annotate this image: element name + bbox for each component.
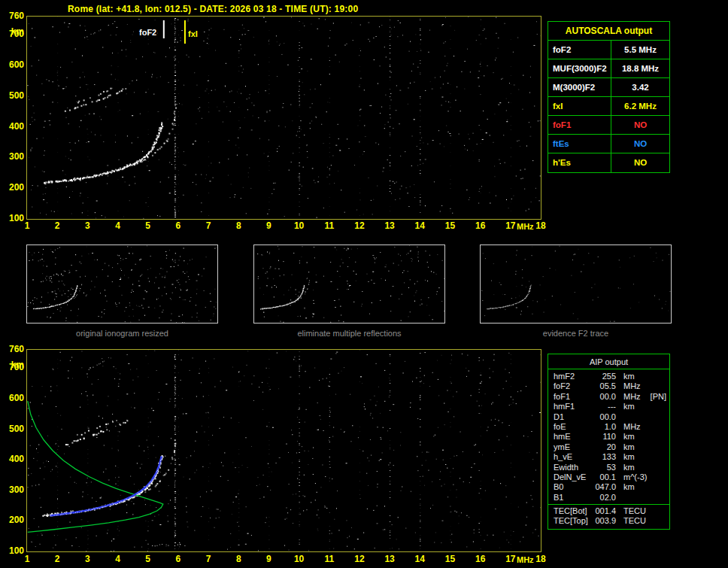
aip-row-hmf2: hmF2255km — [548, 372, 669, 381]
parameter-extra — [648, 482, 669, 492]
autoscala-output-table: AUTOSCALA output foF25.5 MHzMUF(3000)F21… — [548, 21, 670, 173]
x-axis-tick-top: 11 — [324, 221, 334, 231]
x-axis-tick-top: 9 — [266, 221, 271, 231]
y-axis-tick-top: 200 — [3, 183, 24, 193]
aip-row-d1: D100.0 — [548, 412, 669, 422]
thumbnail-caption-eliminate: eliminate multiple reflections — [253, 329, 445, 338]
parameter-name: M(3000)F2 — [548, 78, 611, 96]
parameter-label: B0 — [548, 482, 590, 492]
y-axis-tick-bottom: 400 — [3, 454, 24, 464]
ionogram-plot-frame-top — [26, 16, 541, 220]
parameter-label: h_vE — [548, 452, 590, 462]
parameter-value: 18.8 MHz — [611, 59, 669, 77]
parameter-value: 05.5 — [590, 381, 616, 391]
x-axis-tick-top: 13 — [384, 221, 394, 231]
parameter-extra — [648, 432, 669, 442]
parameter-extra — [648, 422, 669, 432]
x-axis-tick-bottom: 5 — [145, 554, 150, 564]
aip-row-foe: foE1.0MHz — [548, 422, 669, 432]
parameter-unit: km — [616, 463, 648, 472]
parameter-name: h'Es — [548, 153, 611, 172]
parameter-unit: MHz — [616, 392, 648, 402]
parameter-name: MUF(3000)F2 — [548, 59, 611, 77]
aip-row-b0: B0047.0km — [548, 482, 669, 492]
parameter-unit: km — [616, 482, 648, 492]
autoscala-row-fxi: fxI6.2 MHz — [548, 97, 669, 116]
x-axis-tick-bottom: 13 — [384, 554, 394, 564]
aip-row-fof2: foF205.5MHz — [548, 381, 669, 391]
parameter-value: 047.0 — [590, 482, 616, 492]
parameter-label: foE — [548, 422, 590, 432]
aip-row-hme: hmE110km — [548, 432, 669, 442]
x-axis-tick-top: 2 — [55, 221, 60, 231]
autoscala-row-ftes: ftEsNO — [548, 135, 669, 153]
parameter-value: 6.2 MHz — [611, 97, 669, 115]
parameter-extra — [648, 452, 669, 462]
parameter-unit — [616, 412, 648, 422]
parameter-unit: TECU — [616, 506, 648, 516]
parameter-value: 003.9 — [590, 516, 616, 526]
page-title: Rome (lat: +41.8, lon: 012.5) - DATE: 20… — [68, 4, 358, 14]
parameter-label: B1 — [548, 493, 590, 503]
parameter-name: foF2 — [548, 41, 611, 59]
parameter-value: 5.5 MHz — [611, 41, 669, 59]
parameter-value: 00.0 — [590, 412, 616, 422]
aip-row-tectop: TEC[Top]003.9TECU — [548, 516, 669, 526]
x-axis-tick-bottom: 9 — [266, 554, 271, 564]
ionogram-workspace: Rome (lat: +41.8, lon: 012.5) - DATE: 20… — [0, 0, 728, 568]
aip-row-b1: B102.0 — [548, 493, 669, 503]
x-axis-unit-bottom: MHz — [517, 555, 534, 564]
parameter-value: 110 — [590, 432, 616, 442]
thumbnail-eliminate-reflections — [253, 245, 445, 323]
x-axis-tick-top: 17 — [505, 221, 515, 231]
x-axis-tick-bottom: 10 — [294, 554, 304, 564]
y-axis-tick-bottom: 500 — [3, 424, 24, 434]
parameter-value: 00.0 — [590, 392, 616, 402]
parameter-unit: TECU — [616, 516, 648, 526]
y-axis-tick-bottom: 300 — [3, 485, 24, 495]
autoscala-row-m3000f2: M(3000)F23.42 — [548, 78, 669, 97]
x-axis-tick-bottom: 18 — [535, 554, 545, 564]
parameter-value: 02.0 — [590, 493, 616, 503]
x-axis-tick-bottom: 4 — [115, 554, 120, 564]
x-axis-tick-top: 12 — [354, 221, 364, 231]
parameter-unit: km — [616, 432, 648, 442]
x-axis-tick-bottom: 17 — [505, 554, 515, 564]
parameter-value: --- — [590, 402, 616, 412]
parameter-unit: MHz — [616, 381, 648, 391]
x-axis-tick-bottom: 2 — [55, 554, 60, 564]
aip-row-hmf1: hmF1---km — [548, 402, 669, 412]
x-axis-tick-top: 10 — [294, 221, 304, 231]
y-axis-tick-top: 600 — [3, 60, 24, 70]
x-axis-tick-bottom: 7 — [206, 554, 211, 564]
parameter-value: NO — [611, 116, 669, 134]
x-axis-tick-bottom: 11 — [324, 554, 334, 564]
parameter-label: D1 — [548, 412, 590, 422]
aip-row-yme: ymE20km — [548, 442, 669, 452]
parameter-extra — [648, 506, 669, 516]
x-axis-tick-top: 1 — [25, 221, 30, 231]
parameter-label: foF2 — [548, 381, 590, 391]
parameter-unit: m^(-3) — [616, 472, 648, 482]
parameter-label: hmF2 — [548, 372, 590, 381]
parameter-extra — [648, 412, 669, 422]
ionogram-top-canvas — [27, 17, 541, 219]
parameter-label: TEC[Bot] — [548, 506, 590, 516]
parameter-extra — [648, 516, 669, 526]
aip-row-hve: h_vE133km — [548, 452, 669, 462]
aip-row-delnve: DelN_vE00.1m^(-3) — [548, 472, 669, 482]
parameter-value: NO — [611, 135, 669, 153]
parameter-unit: km — [616, 402, 648, 412]
x-axis-tick-top: 6 — [176, 221, 181, 231]
parameter-name: fxI — [548, 97, 611, 115]
thumbnail-evidence-canvas — [481, 245, 671, 323]
parameter-label: ymE — [548, 442, 590, 452]
aip-output-table: AIP output hmF2255kmfoF205.5MHzfoF100.0M… — [548, 354, 670, 530]
x-axis-tick-bottom: 1 — [25, 554, 30, 564]
y-axis-tick-bottom: 760 — [3, 345, 24, 354]
foF2-marker-label: foF2 — [138, 28, 157, 37]
x-axis-tick-bottom: 3 — [85, 554, 90, 564]
aip-row-fof1: foF100.0MHz[PN] — [548, 392, 669, 402]
parameter-value: 133 — [590, 452, 616, 462]
parameter-extra: [PN] — [648, 392, 669, 402]
